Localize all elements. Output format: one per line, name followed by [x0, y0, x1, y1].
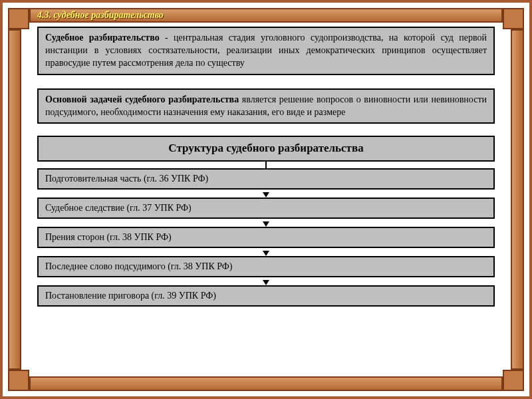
- arrow-down-icon: [263, 221, 269, 227]
- stage-label: Подготовительная часть (гл. 36 УПК РФ): [45, 174, 208, 184]
- slide-title-bar: 4.3. судебное разбирательство: [29, 8, 503, 23]
- stage-label: Последнее слово подсудимого (гл. 38 УПК …: [45, 261, 232, 271]
- stage-label: Постановление приговора (гл. 39 УПК РФ): [45, 291, 216, 301]
- stage-label: Судебное следствие (гл. 37 УПК РФ): [45, 203, 192, 213]
- frame-footer: [29, 376, 503, 391]
- stage-item: Последнее слово подсудимого (гл. 38 УПК …: [37, 256, 495, 277]
- structure-title: Структура судебного разбирательства: [168, 142, 363, 154]
- task-lead: Основной задачей судебного разбирательст…: [45, 94, 239, 104]
- task-box: Основной задачей судебного разбирательст…: [37, 88, 495, 124]
- arrow-down-icon: [263, 280, 269, 285]
- definition-box: Судебное разбирательство - центральная с…: [37, 27, 495, 75]
- definition-dash: -: [160, 33, 174, 43]
- spacer: [24, 75, 508, 84]
- frame-side-left: [8, 29, 21, 370]
- slide-frame: 4.3. судебное разбирательство Судебное р…: [0, 0, 532, 399]
- arrow-down-icon: [263, 251, 269, 256]
- stage-item: Подготовительная часть (гл. 36 УПК РФ): [37, 168, 495, 190]
- structure-title-box: Структура судебного разбирательства: [37, 136, 495, 162]
- slide-content: Судебное разбирательство - центральная с…: [24, 27, 508, 375]
- slide-inner-frame: 4.3. судебное разбирательство Судебное р…: [8, 8, 524, 391]
- stage-item: Постановление приговора (гл. 39 УПК РФ): [37, 285, 495, 307]
- connector-line: [265, 162, 267, 168]
- slide-title: 4.3. судебное разбирательство: [37, 10, 164, 21]
- stage-item: Прения сторон (гл. 38 УПК РФ): [37, 227, 495, 248]
- definition-term: Судебное разбирательство: [45, 33, 160, 43]
- frame-side-right: [511, 29, 524, 370]
- stage-label: Прения сторон (гл. 38 УПК РФ): [45, 232, 172, 242]
- stage-item: Судебное следствие (гл. 37 УПК РФ): [37, 198, 495, 219]
- arrow-down-icon: [263, 192, 269, 198]
